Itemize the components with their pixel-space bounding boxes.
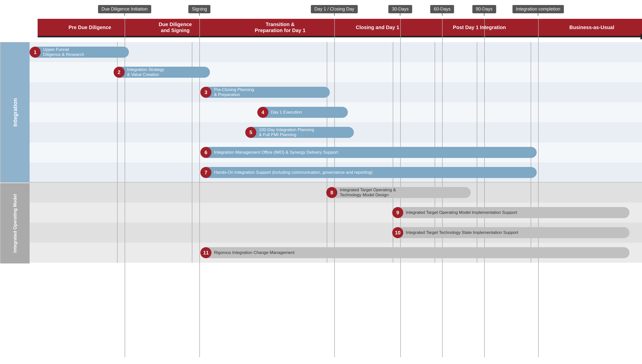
bar-1: 1Upper FunnelDiligence & Research [30, 47, 129, 58]
badge-8: 8 [326, 187, 337, 198]
bar-label-3: Pre-Closing Planning& Preparation [214, 87, 254, 97]
badge-1: 1 [30, 47, 41, 58]
phases-bar: Pre Due DiligenceDue Diligenceand Signin… [38, 19, 637, 36]
bar-label-5: 100-Day Integration Planning& Full PMI P… [259, 127, 314, 137]
phase-markers: Due Diligence InitiationSigningDay 1 / C… [38, 5, 637, 18]
timeline-header: Due Diligence InitiationSigningDay 1 / C… [38, 5, 637, 40]
phase-marker-signing: Signing [188, 5, 210, 13]
phase-marker-60-days: 60-Days [430, 5, 454, 13]
vline-integration-completion [538, 19, 539, 357]
row-stripe-2 [0, 62, 642, 82]
bar-label-9: Integrated Target Operating Model Implem… [406, 210, 517, 215]
bar-label-2: Integration Strategy& Value Creation [127, 67, 164, 77]
bar-label-8: Integrated Target Operating &Technology … [340, 188, 396, 198]
bar-label-11: Rigorous Integration Change Management [214, 250, 294, 255]
phase-arrow-post-day1: Post Day 1 Integration [403, 19, 554, 36]
phase-arrow-due-diligence-signing: Due Diligenceand Signing [125, 19, 224, 36]
bar-3: 3Pre-Closing Planning& Preparation [201, 87, 330, 98]
phase-marker-90-days: 90-Days [472, 5, 496, 13]
bar-7: 7Hands-On Integration Support (including… [201, 167, 536, 178]
badge-11: 11 [200, 247, 211, 258]
bar-label-10: Integrated Target Technology State Imple… [406, 230, 518, 235]
badge-7: 7 [200, 167, 211, 178]
bar-5: 5100-Day Integration Planning& Full PMI … [246, 127, 354, 138]
main-container: Due Diligence InitiationSigningDay 1 / C… [0, 0, 642, 364]
section-label-iom: Integrated Operating Model [0, 183, 30, 263]
phase-marker-30-days: 30-Days [388, 5, 412, 13]
bar-label-6: Integration Management Office (IMO) & Sy… [214, 150, 338, 155]
bar-11: 11Rigorous Integration Change Management [201, 247, 629, 258]
iom-row-stripe-1 [0, 183, 642, 203]
bar-2: 2Integration Strategy& Value Creation [114, 67, 210, 78]
phase-arrow-transition-preparation: Transition &Preparation for Day 1 [208, 19, 350, 36]
badge-2: 2 [114, 67, 125, 78]
bar-label-7: Hands-On Integration Support (including … [214, 170, 372, 175]
bar-label-1: Upper FunnelDiligence & Research [43, 47, 84, 57]
bar-label-4: Day 1 Execution [271, 110, 302, 115]
phase-arrow-business-as-usual: Business-as-Usual [538, 19, 642, 36]
bar-9: 9Integrated Target Operating Model Imple… [393, 207, 629, 218]
timeline-line [38, 36, 642, 37]
phase-arrow-pre-due-diligence: Pre Due Diligence [38, 19, 140, 36]
badge-10: 10 [392, 227, 403, 238]
section-label-integration: Integration [0, 42, 30, 183]
phase-marker-day1-closing: Day 1 / Closing Day [311, 5, 358, 13]
badge-4: 4 [257, 107, 268, 118]
badge-9: 9 [392, 207, 403, 218]
phase-marker-integration-completion: Integration completion [512, 5, 564, 13]
phase-marker-due-diligence-initiation: Due Diligence Initiation [98, 5, 151, 13]
bar-10: 10Integrated Target Technology State Imp… [393, 227, 629, 238]
bar-8: 8Integrated Target Operating &Technology… [327, 187, 471, 198]
vline-90-days [484, 19, 485, 357]
bar-6: 6Integration Management Office (IMO) & S… [201, 147, 536, 158]
bar-4: 4Day 1 Execution [258, 107, 348, 118]
badge-3: 3 [200, 87, 211, 98]
badge-5: 5 [245, 127, 256, 138]
content-area: IntegrationIntegrated Operating Model1Up… [0, 42, 642, 359]
badge-6: 6 [200, 147, 211, 158]
